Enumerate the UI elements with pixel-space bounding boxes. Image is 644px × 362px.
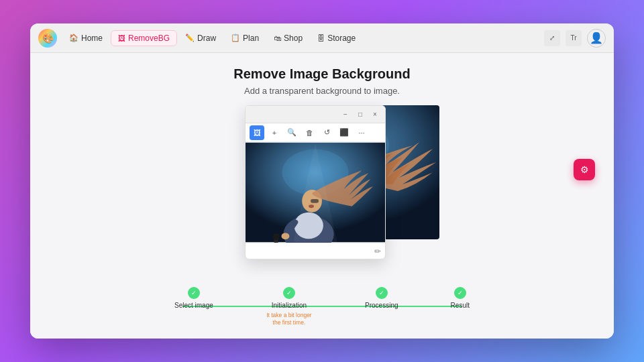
shop-nav-icon: 🛍	[274, 34, 281, 42]
preview-titlebar: − □ ×	[246, 106, 385, 123]
toolbar-btn-image[interactable]: 🖼	[250, 125, 264, 140]
expand-button[interactable]: ⤢	[544, 30, 560, 46]
close-button[interactable]: ×	[370, 110, 380, 119]
step-circle-result: ✓	[454, 287, 466, 299]
nav-item-shop[interactable]: 🛍Shop	[267, 31, 309, 46]
step-label-select: Select image	[174, 302, 213, 309]
removebg-nav-icon: 🖼	[118, 34, 125, 42]
maximize-button[interactable]: □	[356, 110, 365, 119]
minimize-button[interactable]: −	[341, 110, 350, 119]
nav-item-draw[interactable]: ✏️Draw	[178, 31, 223, 46]
page-subtitle: Add a transparent background to image.	[244, 86, 400, 96]
preview-toolbar: 🖼+🔍🗑↺⬛···	[246, 123, 385, 142]
progress-step-result: ✓ Result	[451, 287, 470, 326]
progress-track: ✓ Select image ✓ Initialization It take …	[174, 287, 470, 326]
nav-label-plan: Plan	[243, 34, 259, 43]
titlebar: 🎨 🏠Home🖼RemoveBG✏️Draw📋Plan🛍Shop🗄Storage…	[30, 23, 614, 53]
page-title: Remove Image Background	[233, 66, 410, 82]
step-sublabel-init: It take a bit longer the first time.	[266, 312, 313, 326]
nav-item-plan[interactable]: 📋Plan	[224, 31, 266, 46]
toolbar-btn-more[interactable]: ···	[354, 125, 369, 140]
toolbar-btn-delete[interactable]: 🗑	[302, 125, 317, 140]
svg-point-20	[281, 233, 289, 239]
storage-nav-icon: 🗄	[317, 34, 325, 42]
nav-item-removebg[interactable]: 🖼RemoveBG	[111, 30, 177, 46]
translate-button[interactable]: Tr	[566, 30, 582, 46]
progress-steps: ✓ Select image ✓ Initialization It take …	[174, 287, 470, 326]
progress-step-select: ✓ Select image	[174, 287, 213, 326]
preview-window: − □ × 🖼+🔍🗑↺⬛···	[245, 105, 386, 259]
app-window: 🎨 🏠Home🖼RemoveBG✏️Draw📋Plan🛍Shop🗄Storage…	[30, 23, 614, 339]
preview-image	[246, 142, 385, 243]
titlebar-right: ⤢ Tr 👤	[544, 29, 606, 48]
toolbar-btn-add[interactable]: +	[267, 125, 282, 140]
edit-icon[interactable]: ✏	[374, 247, 381, 256]
progress-step-processing: ✓ Processing	[365, 287, 398, 326]
progress-area: ✓ Select image ✓ Initialization It take …	[174, 287, 470, 326]
home-nav-icon: 🏠	[69, 34, 78, 42]
nav-label-home: Home	[81, 34, 103, 43]
draw-nav-icon: ✏️	[185, 34, 195, 42]
nav-label-removebg: RemoveBG	[128, 34, 170, 43]
step-circle-select: ✓	[188, 287, 200, 299]
nav-item-home[interactable]: 🏠Home	[62, 31, 109, 46]
toolbar-btn-crop[interactable]: ⬛	[337, 125, 352, 140]
plan-nav-icon: 📋	[231, 34, 240, 42]
avatar[interactable]: 👤	[587, 29, 606, 48]
step-label-result: Result	[451, 302, 470, 309]
nav-label-storage: Storage	[327, 34, 356, 43]
nav-label-draw: Draw	[197, 34, 216, 43]
app-logo: 🎨	[38, 29, 57, 48]
step-circle-processing: ✓	[376, 287, 388, 299]
progress-step-init: ✓ Initialization It take a bit longer th…	[266, 287, 313, 326]
step-circle-init: ✓	[283, 287, 295, 299]
nav-label-shop: Shop	[284, 34, 303, 43]
step-label-processing: Processing	[365, 302, 398, 309]
step-label-init: Initialization	[272, 302, 307, 309]
preview-footer: ✏	[246, 243, 385, 259]
svg-point-22	[273, 233, 280, 241]
main-content: Remove Image Background Add a transparen…	[30, 53, 614, 339]
toolbar-btn-rotate[interactable]: ↺	[319, 125, 334, 140]
nav-item-storage[interactable]: 🗄Storage	[311, 31, 362, 46]
side-settings-button[interactable]: ⚙	[574, 159, 595, 180]
nav-items: 🏠Home🖼RemoveBG✏️Draw📋Plan🛍Shop🗄Storage	[62, 30, 539, 46]
toolbar-btn-zoom[interactable]: 🔍	[284, 125, 299, 140]
